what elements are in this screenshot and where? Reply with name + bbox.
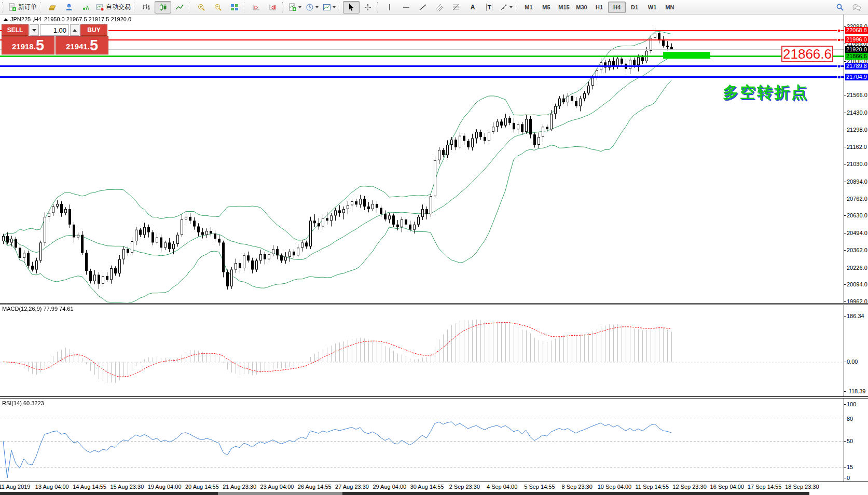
label-tool-button[interactable]: T	[481, 1, 498, 13]
chat-button[interactable]	[848, 1, 865, 13]
line-anchor-marker[interactable]	[837, 65, 841, 68]
candlestick-chart-button[interactable]	[155, 1, 171, 13]
arrows-tool-button[interactable]	[498, 1, 515, 13]
timeframe-M15[interactable]: M15	[555, 2, 573, 13]
toolbar-grip[interactable]	[40, 2, 43, 12]
line-anchor-marker[interactable]	[837, 76, 841, 79]
crosshair-tool-button[interactable]	[360, 1, 376, 13]
horizontal-line-21996.0[interactable]	[0, 39, 844, 40]
rsi-canvas[interactable]	[0, 398, 844, 482]
pane-splitter-rsi[interactable]	[0, 396, 868, 398]
search-icon	[836, 3, 844, 11]
chevron-down-icon	[315, 6, 319, 10]
toolbar-grip[interactable]	[189, 2, 191, 12]
sell-button[interactable]: SELL	[2, 24, 29, 36]
crosshair-icon	[364, 3, 372, 11]
autotrading-button[interactable]: 自动交易	[94, 1, 133, 13]
chart-shift-button[interactable]	[265, 1, 281, 13]
price-line-label: 21996.0	[845, 36, 868, 43]
tile-windows-button[interactable]	[226, 1, 243, 13]
horizontal-line-22068.8[interactable]	[0, 30, 844, 31]
volume-decrease-button[interactable]	[30, 24, 39, 36]
timeframe-MN[interactable]: MN	[661, 2, 679, 13]
person-icon	[65, 3, 73, 11]
indicators-button[interactable]	[286, 1, 304, 13]
vertical-line-tool-button[interactable]	[381, 1, 398, 13]
quote-ohlc-label: 21950.0 21967.5 21917.5 21920.0	[44, 16, 131, 22]
toolbar-grip[interactable]	[339, 2, 341, 12]
bar-chart-icon	[142, 3, 150, 11]
line-chart-button[interactable]	[171, 1, 188, 13]
sell-price-box[interactable]: 21918.5	[2, 36, 54, 54]
tick-mark	[844, 316, 846, 317]
search-button[interactable]	[832, 1, 848, 13]
price-axis[interactable]: 22098.021966.021830.021566.021430.021298…	[844, 15, 868, 482]
channel-tool-button[interactable]	[431, 1, 448, 13]
buy-price-box[interactable]: 21941.5	[56, 36, 108, 54]
trendline-tool-button[interactable]	[415, 1, 431, 13]
text-tool-icon: A	[471, 4, 475, 11]
zoom-in-button[interactable]	[193, 1, 210, 13]
pane-splitter-macd[interactable]	[0, 303, 868, 305]
toolbar-grip[interactable]	[244, 2, 246, 12]
time-tick-label: 8 Sep 23:30	[562, 484, 593, 490]
buy-button[interactable]: BUY	[80, 24, 107, 36]
support-button[interactable]	[61, 1, 77, 13]
main-chart-canvas[interactable]	[0, 15, 844, 303]
toolbar-grip[interactable]	[282, 2, 285, 12]
time-tick-label: 12 Sep 23:30	[672, 484, 706, 490]
time-tick-label: 2 Sep 23:30	[449, 484, 480, 490]
line-anchor-marker[interactable]	[837, 29, 841, 32]
horizontal-line-21866.6[interactable]	[0, 56, 844, 57]
horizontal-line-21920.0[interactable]	[0, 49, 844, 50]
chinese-note-label[interactable]: 多空转折点	[723, 82, 808, 103]
macd-canvas[interactable]	[0, 305, 844, 396]
line-anchor-marker[interactable]	[837, 38, 841, 42]
text-tool-button[interactable]: A	[464, 1, 481, 13]
horizontal-line-tool-button[interactable]	[398, 1, 415, 13]
timeframe-M30[interactable]: M30	[573, 2, 590, 13]
tick-mark	[844, 199, 846, 199]
tick-mark	[844, 467, 846, 468]
price-tick-label: 21566.0	[847, 92, 867, 98]
mt4-window: 新订单 自动交易	[0, 0, 868, 495]
templates-button[interactable]	[321, 1, 338, 13]
price-callout-box[interactable]: 21866.6	[781, 46, 833, 62]
toolbar-grip[interactable]	[516, 2, 518, 12]
auto-scroll-button[interactable]	[248, 1, 265, 13]
toolbar-grip[interactable]	[2, 2, 5, 12]
autotrading-label: 自动交易	[106, 3, 131, 11]
zoom-out-button[interactable]	[210, 1, 226, 13]
volume-input[interactable]	[40, 24, 69, 36]
time-tick-label: 11 Aug 2019	[0, 484, 30, 490]
toolbar-grip[interactable]	[377, 2, 380, 12]
horizontal-line-21704.9[interactable]	[0, 76, 844, 78]
toolbar-grip[interactable]	[134, 2, 136, 12]
highlight-rectangle[interactable]	[663, 52, 710, 59]
new-order-button[interactable]: 新订单	[6, 1, 39, 13]
gold-icon-button[interactable]	[44, 1, 61, 13]
one-click-collapse-icon[interactable]	[4, 16, 8, 21]
bar-chart-button[interactable]	[138, 1, 155, 13]
periods-button[interactable]	[304, 1, 321, 13]
timeframe-H4[interactable]: H4	[608, 2, 626, 13]
timeframe-M5[interactable]: M5	[538, 2, 555, 13]
chevron-down-icon	[298, 6, 301, 10]
timeframe-M1[interactable]: M1	[520, 2, 538, 13]
time-axis[interactable]: 11 Aug 201913 Aug 04:0014 Aug 14:5515 Au…	[0, 482, 868, 492]
price-line-label: 21866.6	[845, 53, 868, 60]
timeframe-D1[interactable]: D1	[626, 2, 643, 13]
signals-button[interactable]	[77, 1, 94, 13]
cursor-tool-button[interactable]	[343, 1, 360, 13]
price-tick-label: 20362.0	[847, 247, 867, 253]
fibonacci-tool-button[interactable]	[448, 1, 464, 13]
chart-shift-icon	[269, 3, 277, 11]
template-icon	[323, 3, 331, 11]
horizontal-line-21789.8[interactable]	[0, 65, 844, 67]
timeframe-H1[interactable]: H1	[590, 2, 608, 13]
volume-increase-button[interactable]	[70, 24, 79, 36]
tick-mark	[844, 61, 846, 62]
candlestick-icon	[159, 3, 167, 11]
tick-mark	[844, 404, 846, 405]
timeframe-W1[interactable]: W1	[643, 2, 661, 13]
